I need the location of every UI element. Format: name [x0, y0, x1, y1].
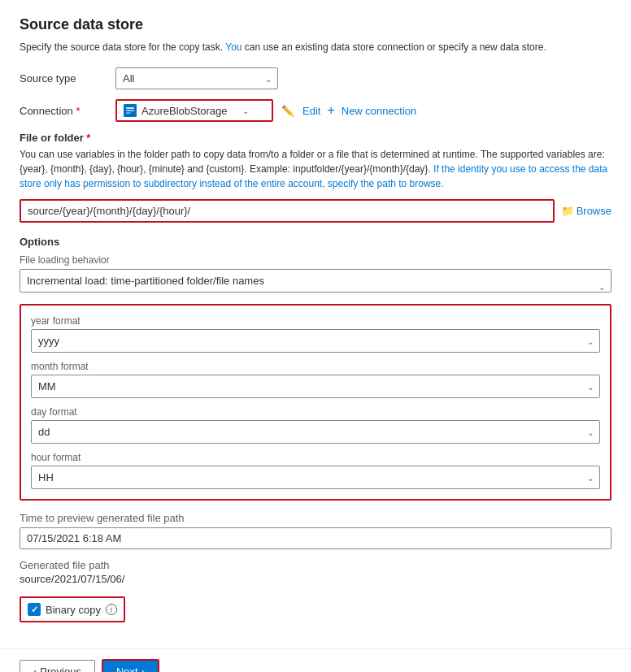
year-format-select[interactable]: yyyy yy: [31, 329, 600, 353]
file-path-row: 📁 Browse: [20, 199, 611, 223]
description-link[interactable]: You: [225, 41, 242, 53]
file-path-input[interactable]: [20, 199, 555, 223]
connection-label: Connection *: [20, 105, 109, 117]
previous-chevron-icon: ‹: [33, 665, 37, 672]
generated-path-label: Generated file path: [20, 559, 611, 571]
hour-format-select-wrapper: HH H ⌄: [31, 466, 600, 489]
next-button[interactable]: Next ›: [102, 659, 159, 672]
plus-icon: +: [327, 103, 334, 118]
hour-format-group: hour format HH H ⌄: [31, 452, 600, 489]
source-type-select-wrapper: All ⌄: [115, 67, 278, 89]
footer: ‹ Previous Next ›: [0, 648, 631, 672]
source-type-row: Source type All ⌄: [20, 67, 611, 89]
time-preview-section: Time to preview generated file path: [20, 512, 611, 559]
connection-chevron-icon: ⌄: [229, 106, 249, 115]
format-section: year format yyyy yy ⌄ month format MM M …: [20, 304, 611, 501]
year-format-label: year format: [31, 315, 600, 327]
connection-select-inner[interactable]: AzureBlobStorage ⌄: [117, 101, 272, 120]
source-type-select[interactable]: All: [115, 67, 278, 89]
folder-description: You can use variables in the folder path…: [20, 147, 611, 191]
month-format-label: month format: [31, 361, 600, 372]
file-or-folder-label: File or folder *: [20, 132, 611, 144]
previous-button[interactable]: ‹ Previous: [20, 660, 95, 672]
loading-behavior-label: File loading behavior: [20, 254, 611, 266]
day-format-select-wrapper: dd d ⌄: [31, 420, 600, 444]
folder-icon: 📁: [561, 205, 574, 217]
page-title: Source data store: [20, 16, 611, 33]
browse-link[interactable]: 📁 Browse: [561, 205, 611, 217]
connection-value: AzureBlobStorage: [141, 105, 228, 117]
month-format-group: month format MM M ⌄: [31, 361, 600, 398]
year-format-select-wrapper: yyyy yy ⌄: [31, 329, 600, 353]
month-format-select[interactable]: MM M: [31, 375, 600, 398]
edit-link[interactable]: Edit: [302, 105, 320, 117]
binary-copy-label: Binary copy: [46, 604, 101, 616]
time-preview-input[interactable]: [20, 527, 611, 549]
page-description: Specify the source data store for the co…: [20, 40, 611, 54]
new-connection-link[interactable]: New connection: [342, 105, 417, 117]
time-preview-label: Time to preview generated file path: [20, 512, 611, 524]
day-format-label: day format: [31, 406, 600, 418]
day-format-group: day format dd d ⌄: [31, 406, 600, 444]
svg-rect-2: [126, 110, 134, 111]
year-format-group: year format yyyy yy ⌄: [31, 315, 600, 353]
hour-format-select[interactable]: HH H: [31, 466, 600, 489]
svg-rect-1: [126, 107, 134, 109]
next-chevron-icon: ›: [141, 665, 145, 672]
info-icon[interactable]: i: [106, 604, 117, 615]
loading-behavior-select[interactable]: Incremental load: time-partitioned folde…: [20, 269, 611, 293]
month-format-select-wrapper: MM M ⌄: [31, 375, 600, 398]
file-or-folder-section: File or folder * You can use variables i…: [20, 132, 611, 223]
connection-select-wrapper[interactable]: AzureBlobStorage ⌄: [115, 99, 273, 122]
options-section: Options File loading behavior Incrementa…: [20, 236, 611, 304]
source-type-label: Source type: [20, 72, 109, 85]
binary-copy-section: ✓ Binary copy i: [20, 596, 125, 622]
connection-row: Connection * AzureBlobStorage ⌄ ✏️ Edit …: [20, 99, 611, 122]
loading-behavior-select-wrapper: Incremental load: time-partitioned folde…: [20, 269, 611, 304]
hour-format-label: hour format: [31, 452, 600, 463]
options-label: Options: [20, 236, 611, 248]
divider-pencil: ✏️: [281, 105, 294, 117]
generated-path-value: source/2021/07/15/06/: [20, 573, 611, 585]
day-format-select[interactable]: dd d: [31, 420, 600, 444]
svg-rect-3: [126, 112, 131, 114]
generated-path-section: Generated file path source/2021/07/15/06…: [20, 559, 611, 585]
blob-storage-icon: [124, 104, 137, 117]
binary-copy-checkbox[interactable]: ✓: [28, 603, 41, 616]
check-icon: ✓: [31, 605, 38, 615]
